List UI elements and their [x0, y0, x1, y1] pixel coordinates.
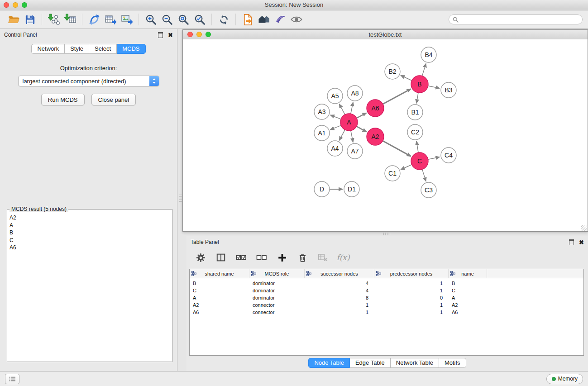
tab-mcds[interactable]: MCDS [117, 44, 145, 54]
vertical-splitter-handle[interactable] [179, 195, 182, 202]
node-B3[interactable]: B3 [441, 82, 456, 98]
mcds-result-item[interactable]: A [10, 222, 170, 229]
show-panels-list-button[interactable] [5, 374, 19, 384]
edge-A-A7[interactable] [351, 131, 353, 143]
node-B4[interactable]: B4 [421, 47, 436, 62]
import-table-icon[interactable] [62, 12, 78, 27]
show-columns-icon[interactable] [215, 252, 227, 263]
node-A8[interactable]: A8 [347, 86, 363, 101]
node-B1[interactable]: B1 [407, 105, 423, 120]
node-A6[interactable]: A6 [367, 100, 384, 117]
float-panel-icon[interactable] [158, 32, 163, 38]
close-table-panel-icon[interactable]: ✖ [579, 239, 584, 245]
node-B2[interactable]: B2 [385, 64, 400, 79]
zoom-fit-icon[interactable] [175, 12, 191, 27]
tab-network[interactable]: Network [31, 44, 65, 54]
tab-select[interactable]: Select [89, 44, 117, 54]
node-D1[interactable]: D1 [344, 181, 359, 197]
tab-motifs[interactable]: Motifs [439, 358, 466, 368]
edge-C-C2[interactable] [416, 141, 418, 152]
edge-A-A3[interactable] [330, 115, 341, 119]
node-C3[interactable]: C3 [421, 182, 436, 198]
edge-A2-C[interactable] [383, 141, 411, 156]
close-network-window-button[interactable] [187, 32, 193, 37]
node-A3[interactable]: A3 [314, 104, 330, 119]
minimize-network-window-button[interactable] [196, 32, 202, 37]
close-panel-icon[interactable]: ✖ [168, 32, 173, 38]
column-header-name[interactable]: name [449, 269, 487, 278]
add-column-icon[interactable] [276, 252, 288, 263]
table-row[interactable]: A6connector11A6 [190, 309, 583, 316]
node-A2[interactable]: A2 [367, 128, 384, 145]
run-mcds-button[interactable]: Run MCDS [41, 94, 85, 105]
edge-C-C3[interactable] [422, 169, 426, 181]
node-A[interactable]: A [340, 114, 358, 131]
node-A7[interactable]: A7 [347, 143, 363, 159]
open-file-icon[interactable] [5, 12, 22, 27]
mcds-result-item[interactable]: A6 [10, 244, 170, 252]
export-network-icon[interactable] [86, 12, 102, 27]
table-row[interactable]: Bdominator41B [190, 280, 583, 287]
mcds-result-item[interactable]: B [10, 229, 170, 237]
edge-B-B2[interactable] [401, 76, 412, 81]
mcds-result-item[interactable]: C [10, 237, 170, 244]
annotations-icon[interactable] [272, 12, 288, 27]
session-export-icon[interactable] [239, 12, 256, 27]
memory-button[interactable]: Memory [546, 374, 583, 384]
delete-columns-icon[interactable] [296, 252, 308, 263]
mcds-result-item[interactable]: A2 [10, 214, 170, 222]
table-mode-gear-icon[interactable] [195, 252, 206, 263]
edge-A-A6[interactable] [357, 113, 367, 118]
edge-B-B1[interactable] [416, 93, 418, 104]
network-canvas[interactable]: B4B2BB3A5A8A6B1A3AC2A1A2A4A7C4CC1C3DD1 [183, 39, 588, 231]
table-row[interactable]: A2connector11A2 [190, 301, 583, 309]
zoom-in-icon[interactable] [143, 12, 159, 27]
close-panel-button[interactable]: Close panel [91, 94, 136, 105]
save-icon[interactable] [22, 12, 38, 27]
function-builder-icon[interactable]: f(x) [337, 252, 349, 263]
network-window-titlebar[interactable]: testGlobe.txt [183, 30, 588, 40]
toolbar-search[interactable] [449, 14, 583, 24]
delete-table-icon[interactable] [317, 252, 329, 263]
float-table-panel-icon[interactable] [569, 239, 574, 245]
zoom-out-icon[interactable] [159, 12, 175, 27]
tab-style[interactable]: Style [65, 44, 89, 54]
edge-B-B4[interactable] [422, 63, 426, 76]
edge-C-C4[interactable] [428, 157, 440, 159]
node-C4[interactable]: C4 [441, 148, 456, 163]
edge-A-A4[interactable] [339, 130, 345, 141]
deselect-all-icon[interactable] [256, 252, 268, 263]
export-table-icon[interactable] [102, 12, 119, 27]
tab-edge-table[interactable]: Edge Table [350, 358, 391, 368]
node-A4[interactable]: A4 [327, 141, 343, 156]
search-input[interactable] [461, 16, 578, 23]
edge-C-C1[interactable] [401, 165, 412, 170]
column-header-successor-nodes[interactable]: successor nodes [305, 269, 374, 278]
column-header-MCDS-role[interactable]: MCDS role [249, 269, 305, 278]
edge-A-A1[interactable] [330, 125, 341, 130]
edge-A6-B[interactable] [383, 89, 411, 105]
edge-A-A2[interactable] [357, 126, 367, 132]
table-row[interactable]: Adominator80A [190, 294, 583, 301]
node-D[interactable]: D [314, 181, 330, 197]
zoom-network-window-button[interactable] [206, 32, 211, 37]
show-details-eye-icon[interactable] [288, 12, 305, 27]
column-header-shared-name[interactable]: shared name [190, 269, 249, 278]
resize-grip[interactable] [581, 225, 587, 231]
import-network-icon[interactable] [46, 12, 62, 27]
horizontal-splitter-handle[interactable] [383, 233, 390, 235]
node-C1[interactable]: C1 [385, 166, 400, 181]
edge-A-A5[interactable] [339, 104, 345, 115]
node-C[interactable]: C [411, 152, 428, 170]
node-A1[interactable]: A1 [314, 125, 330, 141]
table-row[interactable]: Cdominator41C [190, 287, 583, 294]
tab-node-table[interactable]: Node Table [308, 358, 350, 368]
tab-network-table[interactable]: Network Table [391, 358, 439, 368]
export-image-icon[interactable] [119, 12, 135, 27]
zoom-selected-icon[interactable] [191, 12, 208, 27]
criterion-dropdown[interactable]: largest connected component (directed) [18, 76, 159, 86]
node-C2[interactable]: C2 [407, 124, 423, 140]
column-header-predecessor-nodes[interactable]: predecessor nodes [374, 269, 449, 278]
home-icon[interactable] [256, 12, 272, 27]
edge-B-B3[interactable] [428, 86, 440, 88]
